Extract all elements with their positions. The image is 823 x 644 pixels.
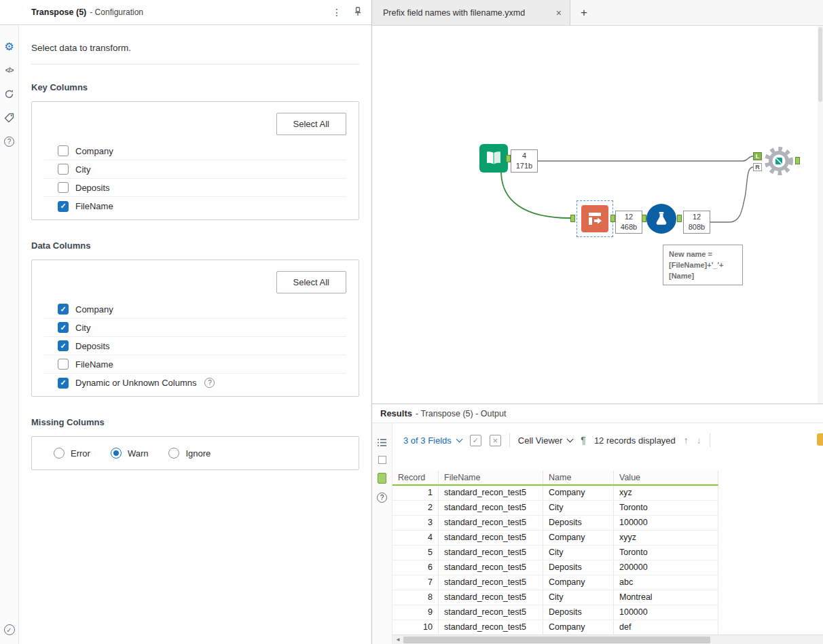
- cell-viewer-dropdown[interactable]: Cell Viewer: [518, 435, 573, 446]
- checkbox[interactable]: [58, 145, 69, 156]
- select-all-button[interactable]: Select All: [276, 271, 346, 293]
- horizontal-scrollbar[interactable]: ◄: [392, 634, 823, 644]
- arrow-down-icon[interactable]: ↓: [697, 435, 701, 446]
- missing-columns-radio[interactable]: Ignore: [168, 448, 211, 459]
- name-cell[interactable]: Company: [543, 531, 614, 545]
- output-anchor-icon[interactable]: [378, 473, 386, 484]
- table-row[interactable]: 2 standard_recon_test5 City Toronto: [392, 501, 718, 516]
- output-anchor[interactable]: [506, 155, 511, 162]
- record-cell[interactable]: 7: [392, 575, 439, 590]
- input-data-tool[interactable]: [479, 144, 508, 173]
- column-checkbox-row[interactable]: City: [44, 319, 346, 337]
- left-input-label[interactable]: L: [753, 152, 762, 160]
- value-cell[interactable]: abc: [614, 575, 718, 590]
- canvas-vertical-scrollbar[interactable]: [818, 26, 823, 404]
- record-cell[interactable]: 4: [392, 531, 439, 545]
- record-cell[interactable]: 3: [392, 516, 439, 530]
- value-cell[interactable]: Toronto: [614, 545, 718, 560]
- record-cell[interactable]: 2: [392, 501, 439, 515]
- name-cell[interactable]: Deposits: [543, 516, 614, 530]
- checkbox[interactable]: [58, 164, 69, 175]
- input-anchor[interactable]: [642, 215, 646, 222]
- checkbox[interactable]: [58, 359, 69, 370]
- name-cell[interactable]: Company: [543, 620, 614, 634]
- join-tool[interactable]: [763, 145, 794, 177]
- transpose-tool[interactable]: [581, 205, 608, 232]
- record-cell[interactable]: 9: [392, 605, 439, 620]
- filename-cell[interactable]: standard_recon_test5: [439, 501, 543, 515]
- value-cell[interactable]: 100000: [614, 605, 718, 620]
- input-anchor[interactable]: [570, 215, 575, 222]
- right-input-label[interactable]: R: [753, 163, 762, 171]
- column-checkbox-row[interactable]: FileName: [44, 197, 346, 215]
- column-checkbox-row[interactable]: Deposits: [44, 337, 346, 355]
- filename-cell[interactable]: standard_recon_test5: [439, 575, 543, 590]
- radio-button[interactable]: [54, 448, 65, 459]
- missing-columns-radio[interactable]: Warn: [111, 448, 149, 459]
- output-anchor[interactable]: [610, 215, 615, 222]
- clipped-toolbar-icon[interactable]: [817, 433, 823, 446]
- gear-icon[interactable]: ⚙: [3, 40, 16, 52]
- output-anchor[interactable]: [677, 215, 682, 222]
- name-cell[interactable]: Company: [543, 486, 614, 500]
- value-cell[interactable]: 100000: [614, 516, 718, 530]
- tool-annotation[interactable]: New name = [FileName]+'_'+ [Name]: [663, 245, 743, 285]
- filename-cell[interactable]: standard_recon_test5: [439, 516, 543, 530]
- name-cell[interactable]: Deposits: [543, 560, 614, 575]
- value-cell[interactable]: xyz: [614, 486, 718, 500]
- record-cell[interactable]: 1: [392, 486, 439, 500]
- close-icon[interactable]: ×: [556, 8, 562, 18]
- workflow-tab[interactable]: Prefix field names with filename.yxmd ×: [372, 0, 570, 25]
- filename-cell[interactable]: standard_recon_test5: [439, 545, 543, 560]
- whitespace-toggle-icon[interactable]: ¶: [581, 435, 586, 446]
- table-row[interactable]: 1 standard_recon_test5 Company xyz: [392, 486, 718, 501]
- select-all-button[interactable]: Select All: [276, 113, 346, 135]
- column-checkbox-row[interactable]: FileName: [44, 355, 346, 374]
- value-cell[interactable]: Montreal: [614, 590, 718, 605]
- value-cell[interactable]: 200000: [614, 560, 718, 575]
- refresh-icon[interactable]: [3, 88, 16, 100]
- scrollbar-thumb[interactable]: [818, 27, 822, 102]
- new-tab-button[interactable]: +: [570, 0, 598, 25]
- column-header[interactable]: Value: [614, 471, 718, 484]
- table-row[interactable]: 3 standard_recon_test5 Deposits 100000: [392, 516, 718, 531]
- radio-button[interactable]: [168, 448, 179, 459]
- filename-cell[interactable]: standard_recon_test5: [439, 486, 543, 500]
- name-cell[interactable]: City: [543, 590, 614, 605]
- checkbox[interactable]: [58, 322, 69, 333]
- name-cell[interactable]: City: [543, 501, 614, 515]
- checkbox[interactable]: [58, 182, 69, 193]
- column-checkbox-row[interactable]: City: [44, 160, 346, 179]
- deselect-fields-icon[interactable]: [490, 435, 501, 446]
- column-checkbox-row[interactable]: Dynamic or Unknown Columns: [44, 374, 346, 392]
- table-row[interactable]: 7 standard_recon_test5 Company abc: [392, 575, 718, 590]
- checkbox[interactable]: [58, 201, 69, 212]
- tag-icon[interactable]: [3, 111, 16, 124]
- value-cell[interactable]: def: [614, 620, 718, 634]
- column-checkbox-row[interactable]: Deposits: [44, 179, 346, 197]
- filename-cell[interactable]: standard_recon_test5: [439, 531, 543, 545]
- table-row[interactable]: 5 standard_recon_test5 City Toronto: [392, 545, 718, 560]
- select-fields-icon[interactable]: [470, 435, 481, 446]
- filename-cell[interactable]: standard_recon_test5: [439, 620, 543, 634]
- record-cell[interactable]: 5: [392, 545, 439, 560]
- column-checkbox-row[interactable]: Company: [44, 300, 346, 319]
- radio-button[interactable]: [111, 448, 122, 459]
- column-checkbox-row[interactable]: Company: [44, 142, 346, 160]
- scroll-left-icon[interactable]: ◄: [392, 635, 403, 644]
- scrollbar-thumb[interactable]: [403, 637, 710, 643]
- table-row[interactable]: 8 standard_recon_test5 City Montreal: [392, 590, 718, 605]
- workflow-canvas[interactable]: 4 171b 12 468b: [372, 26, 823, 404]
- filename-cell[interactable]: standard_recon_test5: [439, 590, 543, 605]
- table-row[interactable]: 9 standard_recon_test5 Deposits 100000: [392, 605, 718, 620]
- arrow-up-icon[interactable]: ↑: [684, 435, 689, 446]
- table-row[interactable]: 6 standard_recon_test5 Deposits 200000: [392, 560, 718, 575]
- checkbox[interactable]: [58, 304, 69, 315]
- code-icon[interactable]: </>: [3, 64, 16, 76]
- pin-icon[interactable]: [354, 7, 362, 18]
- checkbox[interactable]: [58, 378, 69, 389]
- grid-icon[interactable]: [378, 456, 386, 464]
- list-icon[interactable]: [377, 438, 387, 447]
- help-icon[interactable]: ?: [3, 135, 16, 147]
- filename-cell[interactable]: standard_recon_test5: [439, 605, 543, 620]
